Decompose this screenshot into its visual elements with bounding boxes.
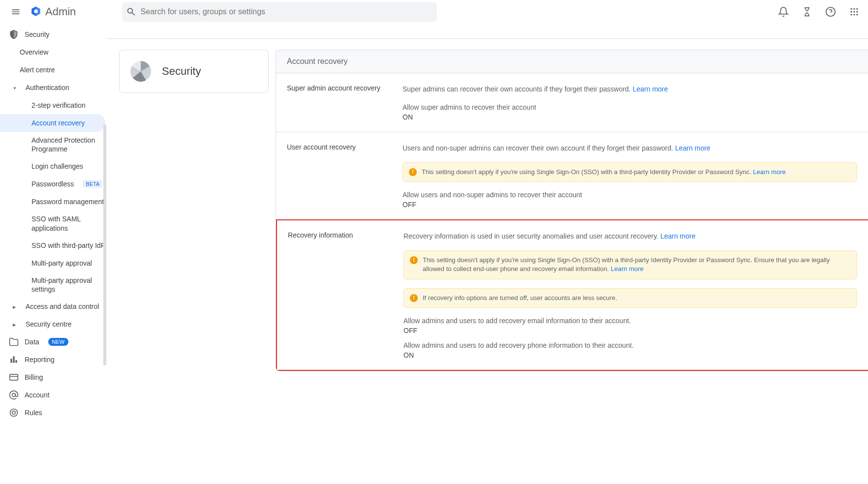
apps-button[interactable] — [848, 6, 860, 18]
sidebar-label: Password management — [31, 198, 104, 206]
sidebar-item-passwordless[interactable]: Passwordless BETA — [0, 175, 107, 193]
sidebar-item-rules[interactable]: Rules — [0, 404, 107, 422]
sidebar-item-login-challenges[interactable]: Login challenges — [0, 157, 107, 175]
warning-icon: ! — [409, 168, 417, 176]
svg-point-7 — [856, 11, 858, 12]
account-recovery-card: Account recovery Super admin account rec… — [276, 50, 868, 371]
sidebar-label: Advanced Protection Programme — [31, 136, 107, 153]
sidebar-item-sso-saml[interactable]: SSO with SAML applications — [0, 211, 107, 236]
bell-icon — [778, 6, 789, 17]
brand-logo[interactable]: Admin — [28, 5, 78, 18]
bar-chart-icon — [9, 355, 19, 364]
warning-icon: ! — [410, 294, 418, 302]
setting-description: Recovery information is used in user sec… — [403, 231, 857, 242]
app-header: Admin — [0, 0, 868, 24]
svg-point-17 — [10, 409, 18, 417]
sidebar-item-alert-centre[interactable]: Alert centre — [0, 61, 107, 79]
setting-body: Super admins can recover their own accou… — [403, 84, 857, 121]
main-menu-button[interactable] — [4, 0, 28, 24]
learn-more-link[interactable]: Learn more — [660, 232, 696, 240]
setting-value: OFF — [403, 327, 857, 334]
target-icon — [9, 408, 19, 418]
notifications-button[interactable] — [777, 6, 789, 18]
main-content: Security Account recovery Super admin ac… — [107, 24, 868, 484]
sidebar-item-2step[interactable]: 2-step verification — [0, 96, 107, 114]
tasks-button[interactable] — [801, 6, 813, 18]
search-bar[interactable] — [122, 2, 437, 22]
sidebar-label: Data — [25, 338, 39, 346]
sidebar-item-multi-party-settings[interactable]: Multi-party approval settings — [0, 272, 107, 298]
sidebar-item-multi-party[interactable]: Multi-party approval — [0, 254, 107, 272]
sidebar-label: Authentication — [26, 84, 69, 91]
sidebar-label: Account recovery — [31, 119, 85, 127]
setting-value: OFF — [403, 201, 857, 209]
sidebar-scrollbar[interactable] — [103, 124, 106, 365]
svg-point-4 — [856, 8, 858, 10]
learn-more-link[interactable]: Learn more — [675, 144, 711, 152]
setting-label: User account recovery — [287, 143, 403, 209]
sidebar-label: Billing — [25, 373, 43, 381]
setting-body: Users and non-super admins can recover t… — [403, 143, 857, 209]
sidebar-item-account-recovery[interactable]: Account recovery — [0, 114, 105, 132]
svg-point-2 — [851, 8, 852, 10]
sidebar-label: SSO with third-party IdP — [31, 242, 105, 249]
sidebar-item-password-mgmt[interactable]: Password management — [0, 193, 107, 211]
page-title: Security — [162, 65, 201, 78]
setting-sublabel: Allow users and non-super admins to reco… — [403, 191, 857, 199]
security-pie-icon — [130, 61, 151, 82]
sidebar-nav: Security Overview Alert centre Authentic… — [0, 24, 107, 484]
setting-recovery-information[interactable]: Recovery information Recovery informatio… — [276, 219, 868, 371]
learn-more-link[interactable]: Learn more — [633, 85, 668, 93]
search-input[interactable] — [137, 7, 434, 16]
svg-point-6 — [853, 11, 855, 12]
learn-more-link[interactable]: Learn more — [611, 265, 643, 272]
sidebar-item-sso-third-party[interactable]: SSO with third-party IdP — [0, 237, 107, 254]
sidebar-label: Reporting — [25, 356, 55, 363]
brand-text: Admin — [45, 5, 76, 18]
setting-sublabel: Allow admins and users to add recovery p… — [403, 341, 857, 349]
page-title-card: Security — [119, 50, 269, 93]
svg-rect-11 — [10, 359, 12, 363]
search-icon — [126, 6, 136, 17]
apps-grid-icon — [849, 7, 859, 17]
credit-card-icon — [9, 372, 19, 382]
warning-box: ! This setting doesn't apply if you're u… — [403, 162, 857, 182]
new-badge: NEW — [48, 338, 69, 346]
sidebar-item-access-data[interactable]: Access and data control — [0, 298, 107, 315]
sidebar-label: Login challenges — [31, 162, 83, 170]
svg-point-8 — [851, 14, 852, 15]
divider — [107, 38, 868, 39]
help-icon — [825, 6, 836, 17]
help-button[interactable] — [825, 6, 837, 18]
svg-point-18 — [12, 411, 16, 415]
sidebar-label: Passwordless — [31, 180, 74, 188]
sidebar-item-authentication[interactable]: Authentication — [0, 79, 107, 96]
svg-point-3 — [853, 8, 855, 10]
sidebar-label: Account — [25, 391, 50, 399]
svg-rect-13 — [15, 360, 17, 363]
svg-point-9 — [853, 14, 855, 15]
sidebar-security-header[interactable]: Security — [0, 26, 107, 43]
sidebar-label: 2-step verification — [31, 101, 86, 109]
chevron-down-icon — [13, 85, 18, 91]
sidebar-item-advanced-protection[interactable]: Advanced Protection Programme — [0, 132, 107, 157]
setting-user-account-recovery[interactable]: User account recovery Users and non-supe… — [276, 132, 868, 220]
sidebar-item-account[interactable]: Account — [0, 386, 107, 404]
learn-more-link[interactable]: Learn more — [753, 168, 785, 176]
card-header: Account recovery — [276, 50, 868, 73]
hamburger-icon — [11, 7, 21, 17]
sidebar-item-reporting[interactable]: Reporting — [0, 351, 107, 368]
at-sign-icon — [9, 390, 19, 400]
sidebar-item-overview[interactable]: Overview — [0, 43, 107, 61]
svg-point-0 — [34, 9, 38, 13]
setting-sublabel: Allow admins and users to add recovery e… — [403, 317, 857, 325]
sidebar-label: SSO with SAML applications — [31, 214, 107, 232]
sidebar-item-security-centre[interactable]: Security centre — [0, 315, 107, 333]
setting-value: ON — [403, 113, 857, 121]
sidebar-item-billing[interactable]: Billing — [0, 368, 107, 386]
svg-point-5 — [851, 11, 852, 12]
sidebar-item-data[interactable]: Data NEW — [0, 333, 107, 351]
setting-sublabel: Allow super admins to recover their acco… — [403, 103, 857, 111]
setting-label: Recovery information — [288, 231, 403, 359]
setting-super-admin-recovery[interactable]: Super admin account recovery Super admin… — [276, 73, 868, 132]
